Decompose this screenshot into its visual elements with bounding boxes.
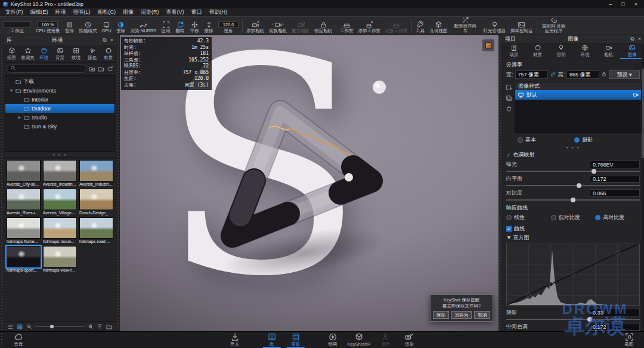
search-input[interactable]: [7, 64, 86, 73]
menu-item[interactable]: 相机(C): [94, 8, 120, 16]
menu-item[interactable]: 图像: [119, 8, 137, 16]
thumbnail-dosch-design-[interactable]: Dosch-Design_...: [79, 189, 113, 216]
bottombar-library[interactable]: 库: [263, 332, 281, 348]
slider-value[interactable]: 0.172: [590, 323, 640, 331]
next-arrow-icon[interactable]: ›: [401, 22, 402, 27]
toolbar-workspace-value[interactable]: [4, 21, 31, 28]
toolbar-pan[interactable]: 平移: [187, 17, 202, 34]
toolbar-pause[interactable]: 暂停: [62, 17, 76, 34]
toolbar-cpu-usage[interactable]: 100 %CPU 使用量: [33, 17, 62, 34]
thumbnail-hdrmaps-sport-[interactable]: hdrmaps-sport...: [7, 246, 41, 273]
toolbar-studios[interactable]: 工作室: [338, 17, 356, 34]
project-tab-照明[interactable]: 照明: [549, 44, 573, 59]
slider-value[interactable]: 0.172: [590, 175, 640, 183]
bottombar-project[interactable]: 项目: [287, 332, 305, 348]
toolbar-reset-camera[interactable]: 重置相机: [289, 17, 312, 34]
folder-icon[interactable]: [106, 324, 113, 330]
mode-radio-摄影[interactable]: 摄影: [574, 136, 593, 144]
slider-value[interactable]: 0.066: [590, 189, 640, 197]
delete-style-icon[interactable]: [506, 106, 512, 112]
library-tab-材质[interactable]: 材质: [100, 46, 116, 62]
curve-editor[interactable]: [506, 243, 640, 306]
lock-icon[interactable]: [601, 71, 607, 77]
close-panel-icon[interactable]: ×: [638, 36, 641, 42]
library-tab-模型[interactable]: 模型: [4, 46, 20, 62]
tree-item-interior[interactable]: Interior: [5, 95, 114, 104]
toolbar-render-nurbs[interactable]: 渲染 NURBS: [128, 17, 159, 34]
toolbar-light-manager[interactable]: 灯光管理器: [481, 17, 509, 34]
slider-track[interactable]: [506, 183, 640, 188]
toolbar-return-to-app[interactable]: 返回到 体验应用程序: [538, 17, 569, 34]
width-field[interactable]: 757 像素: [515, 70, 548, 79]
toolbar-cycle-studios[interactable]: ‹›切换工作室: [383, 17, 410, 34]
menu-item[interactable]: 窗口: [188, 8, 206, 16]
checkbox-icon[interactable]: ✓: [506, 226, 512, 232]
project-tab-材质[interactable]: 材质: [526, 44, 550, 59]
bottombar-render[interactable]: 渲染: [400, 332, 418, 348]
tree-item-sun-&-sky[interactable]: Sun & Sky: [5, 122, 114, 131]
toolbar-fov-value[interactable]: 120.0: [218, 21, 239, 28]
library-tab-纹理[interactable]: 纹理: [68, 46, 84, 62]
thumbnail-hdrmaps-flume-[interactable]: hdrmaps-flume...: [7, 217, 41, 245]
bottombar-import[interactable]: 导入: [226, 332, 244, 348]
response-radio-线性[interactable]: 线性: [506, 214, 551, 221]
project-scrollbar[interactable]: [642, 45, 644, 331]
refresh-icon[interactable]: [107, 66, 113, 72]
chain-icon[interactable]: [550, 71, 556, 78]
duplicate-style-icon[interactable]: [506, 95, 512, 101]
toolbar-fov[interactable]: 120.0视角: [216, 17, 241, 34]
slider-track[interactable]: [506, 197, 640, 202]
realtime-viewport[interactable]: S 每秒帧数:42.3时间:1m 25s采样值:181三角形:105,252NU…: [120, 35, 499, 331]
thumbnail-hdrmaps-moun-[interactable]: hdrmaps-moun...: [43, 217, 77, 245]
project-tab-场景[interactable]: 场景: [502, 44, 526, 59]
slider-track[interactable]: [506, 168, 640, 174]
slider-handle[interactable]: [50, 325, 54, 328]
slider-value[interactable]: 0.766EV: [590, 161, 640, 168]
toolbar-cpu-usage-value[interactable]: 100 %: [38, 21, 58, 28]
toolbar-denoise[interactable]: 去噪: [114, 17, 128, 34]
dialog-button-另存为[interactable]: 另存为: [451, 311, 472, 319]
panel-splitter[interactable]: ● ● ●: [4, 152, 116, 157]
bottombar-cloud-library[interactable]: 云库: [10, 332, 27, 348]
toolbar-add-camera[interactable]: 添加相机: [244, 17, 267, 34]
library-tab-环境[interactable]: 环境: [36, 46, 52, 62]
bottombar-animation[interactable]: 动画: [324, 332, 342, 348]
toolbar-workspace[interactable]: 工作区: [1, 17, 33, 34]
list-view-icon[interactable]: [7, 324, 14, 330]
image-style-row-默认[interactable]: 默认: [515, 90, 641, 100]
thumbnail-aversis-industri-[interactable]: Aversis_Industri...: [79, 160, 113, 187]
maximize-button[interactable]: □: [621, 1, 624, 7]
grid-view-icon[interactable]: [17, 324, 23, 330]
zoom-out-icon[interactable]: [26, 324, 32, 329]
toolbar-scripting-console[interactable]: 脚本控制台: [508, 17, 535, 34]
tree-item-studio[interactable]: ▸Studio: [5, 113, 114, 122]
tree-item-environments[interactable]: ▾Environments: [5, 86, 114, 95]
slider-handle[interactable]: [587, 317, 592, 322]
prev-arrow-icon[interactable]: ‹: [391, 22, 392, 27]
tone-mapping-header[interactable]: ✓ 色调映射: [502, 149, 644, 159]
tree-caret-icon[interactable]: ▸: [17, 115, 22, 120]
menu-item[interactable]: 渲染(R): [137, 8, 163, 16]
bottombar-screenshot[interactable]: 截图: [620, 332, 638, 348]
bottombar-presentation[interactable]: 演示: [376, 332, 394, 348]
library-tab-背景[interactable]: 背景: [52, 46, 68, 62]
slider-handle[interactable]: [571, 198, 575, 202]
upload-icon[interactable]: [97, 324, 103, 330]
close-button[interactable]: ×: [634, 1, 637, 7]
slider-handle[interactable]: [592, 169, 596, 174]
bottombar-keyshotxr[interactable]: KeyShotXR: [348, 332, 371, 348]
height-field[interactable]: 865 像素: [566, 70, 599, 79]
histogram-label[interactable]: ▼ 直方图: [502, 233, 644, 242]
toolbar-performance-mode[interactable]: 性能模式: [76, 17, 99, 34]
toolbar-configurator-wizard[interactable]: 配置程序向导: [450, 17, 481, 34]
toolbar-add-studio[interactable]: 添加工作室: [356, 17, 383, 34]
menu-item[interactable]: 帮助(H): [206, 8, 231, 16]
toolbar-geometry-view[interactable]: 几何视图: [428, 17, 450, 34]
response-radio-低对比度[interactable]: 低对比度: [551, 214, 596, 221]
project-tab-环境[interactable]: 环境: [573, 44, 597, 59]
toolbar-dolly[interactable]: 推移: [202, 17, 216, 34]
toolbar-gpu[interactable]: GPU: [99, 17, 113, 34]
float-panel-icon[interactable]: ⧉: [103, 37, 106, 44]
project-tab-图像[interactable]: 图像: [620, 44, 644, 59]
thumbnail-aversis-city-all-[interactable]: Aversis_City-all...: [7, 160, 41, 187]
